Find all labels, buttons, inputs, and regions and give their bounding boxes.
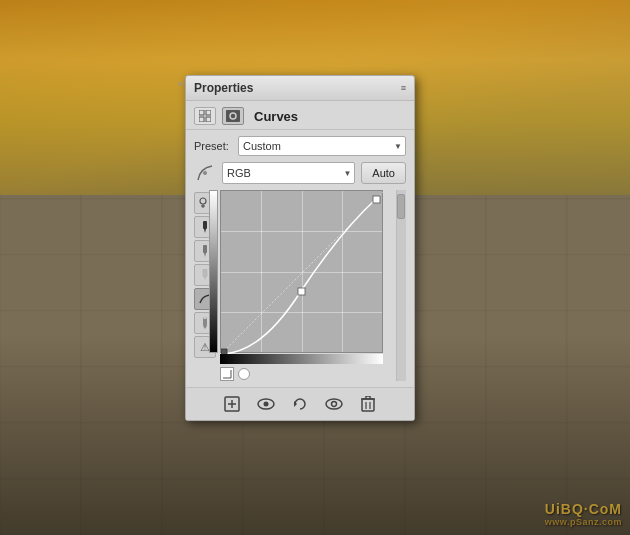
bottom-gradient-bar [220, 354, 383, 364]
svg-rect-1 [206, 110, 211, 115]
svg-rect-10 [203, 221, 207, 229]
svg-marker-13 [204, 253, 206, 257]
panel-body: Preset: Custom ▼ RGB ▼ Auto [186, 130, 414, 387]
properties-panel: Properties ≡ Curves Preset: [185, 75, 415, 421]
left-gradient-bar [209, 190, 218, 353]
scrollbar-thumb[interactable] [397, 194, 405, 219]
curve-type-icon[interactable] [194, 162, 216, 184]
svg-rect-12 [203, 245, 207, 253]
preset-select-wrapper: Custom ▼ [238, 136, 406, 156]
section-title: Curves [254, 109, 298, 124]
svg-rect-18 [204, 317, 207, 319]
svg-point-30 [332, 402, 337, 407]
watermark-main: UiBQ·CoM [545, 501, 622, 517]
watermark: UiBQ·CoM www.pSanz.com [545, 501, 622, 527]
svg-point-7 [200, 198, 206, 204]
channel-select[interactable]: RGB [222, 162, 355, 184]
svg-rect-4 [226, 110, 240, 122]
panel-scrollbar[interactable] [396, 190, 406, 381]
svg-marker-17 [203, 326, 207, 329]
curves-container: ⚠ [194, 190, 406, 381]
auto-button[interactable]: Auto [361, 162, 406, 184]
curves-graph[interactable] [220, 190, 383, 353]
svg-marker-11 [204, 229, 206, 233]
svg-rect-2 [199, 117, 204, 122]
titlebar-controls: ≡ [401, 84, 406, 93]
curve-value-row [220, 367, 394, 381]
curve-circle-marker [238, 368, 250, 380]
svg-rect-3 [206, 117, 211, 122]
svg-rect-21 [373, 196, 380, 203]
curve-corner-marker [220, 367, 234, 381]
channel-select-wrapper: RGB ▼ [222, 162, 355, 184]
panel-menu-icon[interactable]: ≡ [401, 84, 406, 93]
svg-rect-22 [221, 349, 227, 354]
channel-row: RGB ▼ Auto [194, 162, 406, 184]
svg-point-29 [326, 399, 342, 409]
svg-point-6 [203, 171, 207, 175]
curves-svg [221, 191, 384, 354]
preset-label: Preset: [194, 140, 232, 152]
visibility-toggle-icon[interactable] [256, 394, 276, 414]
panel-titlebar: Properties ≡ [186, 76, 414, 101]
tab-curves-icon[interactable] [222, 107, 244, 125]
eye-icon[interactable] [324, 394, 344, 414]
svg-point-27 [264, 402, 269, 407]
tab-grid-icon[interactable] [194, 107, 216, 125]
watermark-sub: www.pSanz.com [545, 517, 622, 527]
add-adjustment-icon[interactable] [222, 394, 242, 414]
svg-rect-31 [362, 399, 374, 411]
panel-title: Properties [194, 81, 253, 95]
svg-rect-14 [203, 269, 207, 277]
panel-tabs: Curves [186, 101, 414, 130]
curves-graph-wrapper [220, 190, 394, 381]
svg-rect-20 [298, 288, 305, 295]
delete-icon[interactable] [358, 394, 378, 414]
preset-row: Preset: Custom ▼ [194, 136, 406, 156]
preset-select[interactable]: Custom [238, 136, 406, 156]
reset-icon[interactable] [290, 394, 310, 414]
svg-marker-15 [204, 277, 206, 281]
panel-footer [186, 387, 414, 420]
svg-rect-0 [199, 110, 204, 115]
